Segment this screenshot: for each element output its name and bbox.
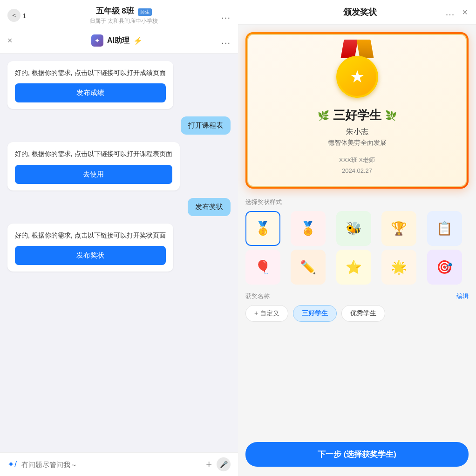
right-content: ★ 🌿 三好学生 🌿 朱小志 德智体美劳全面发展 XXX班 X老师 2024.0… <box>238 25 476 435</box>
cert-award-name: 三好学生 <box>333 107 381 123</box>
style-item-3-inner: 🐝 <box>337 212 370 245</box>
style-item-3[interactable]: 🐝 <box>336 211 371 246</box>
ai-icon: ✦ <box>91 34 103 47</box>
style-item-4-inner: 🏆 <box>382 212 415 245</box>
right-panel: 颁发奖状 ... × ★ 🌿 <box>238 0 476 476</box>
style-item-6-inner: 🎈 <box>246 251 279 284</box>
award-tag-sanhao[interactable]: 三好学生 <box>293 305 337 322</box>
cert-description: 德智体美劳全面发展 <box>258 139 456 147</box>
ai-input-icon: ✦/ <box>7 459 17 469</box>
style-grid: 🥇 🏅 🐝 🏆 📋 🎈 ✏️ ⭐ � <box>245 211 469 285</box>
style-item-10[interactable]: 🎯 <box>427 250 462 285</box>
right-close-button[interactable]: × <box>462 7 468 18</box>
bot-message-2-text: 好的, 根据你的需求, 点击以下链接可以打开课程表页面 <box>15 149 172 159</box>
certificate-display: ★ 🌿 三好学生 🌿 朱小志 德智体美劳全面发展 XXX班 X老师 2024.0… <box>245 32 469 189</box>
publish-grades-button[interactable]: 发布成绩 <box>15 83 166 102</box>
ai-title-text: AI助理 <box>107 36 129 46</box>
style-item-7-inner: ✏️ <box>292 251 325 284</box>
chat-input[interactable] <box>21 461 201 469</box>
right-more-button[interactable]: ... <box>446 7 455 18</box>
style-item-9-inner: 🌟 <box>382 251 415 284</box>
cert-footer: XXX班 X老师 2024.02.27 <box>258 155 456 177</box>
back-circle: ＜ <box>7 9 20 22</box>
ribbon-right <box>356 40 374 58</box>
back-count: 1 <box>22 12 26 20</box>
school-subtitle: 归属于 太和县闫庙中小学校 <box>89 17 158 25</box>
bot-message-1-text: 好的, 根据你的需求, 点击以下链接可以打开成绩页面 <box>15 68 166 78</box>
class-title: 五年级 8班 <box>96 7 134 15</box>
go-use-button[interactable]: 去使用 <box>15 165 172 184</box>
ai-more-button[interactable]: ... <box>221 35 231 46</box>
mic-button[interactable]: 🎤 <box>217 457 231 471</box>
laurel-right-icon: 🌿 <box>385 110 397 121</box>
publish-award-button[interactable]: 发布奖状 <box>15 246 166 265</box>
ai-assistant-overlay: × ✦ AI助理 ⚡ ... 好的, 根据你的需求, 点击以下链接可以打开成绩页… <box>0 28 238 476</box>
award-tags: + 自定义 三好学生 优秀学生 <box>245 305 469 322</box>
medal-star: ★ <box>350 67 365 87</box>
class-info: 五年级 8班 师生 归属于 太和县闫庙中小学校 <box>89 6 158 25</box>
style-item-1[interactable]: 🥇 <box>245 211 280 246</box>
style-item-4[interactable]: 🏆 <box>381 211 416 246</box>
right-header: 颁发奖状 ... × <box>238 0 476 25</box>
chat-input-area: ✦/ + 🎤 <box>0 452 238 476</box>
style-item-1-inner: 🥇 <box>246 212 279 245</box>
style-item-5[interactable]: 📋 <box>427 211 462 246</box>
top-bar: ＜ 1 五年级 8班 师生 归属于 太和县闫庙中小学校 ... <box>0 0 238 31</box>
teacher-badge: 师生 <box>138 8 152 16</box>
style-item-8[interactable]: ⭐ <box>336 250 371 285</box>
user-message-1: 打开课程表 <box>181 116 231 135</box>
ai-title: ✦ AI助理 ⚡ <box>91 34 143 47</box>
user-message-2: 发布奖状 <box>188 198 231 216</box>
back-button[interactable]: ＜ 1 <box>7 9 26 22</box>
ai-header: × ✦ AI助理 ⚡ ... <box>0 28 238 54</box>
cert-student-name: 朱小志 <box>258 127 456 137</box>
style-item-7[interactable]: ✏️ <box>291 250 326 285</box>
medal-circle: ★ <box>336 56 378 98</box>
bot-message-1: 好的, 根据你的需求, 点击以下链接可以打开成绩页面 发布成绩 <box>7 61 173 109</box>
left-panel: ＜ 1 五年级 8班 师生 归属于 太和县闫庙中小学校 ... × ✦ AI助理… <box>0 0 238 476</box>
ai-close-button[interactable]: × <box>7 36 13 46</box>
custom-tag[interactable]: + 自定义 <box>245 305 288 322</box>
ribbon-left <box>340 40 358 58</box>
award-name-header: 获奖名称 编辑 <box>245 292 469 300</box>
award-name-section: 获奖名称 编辑 + 自定义 三好学生 优秀学生 <box>245 292 469 322</box>
next-step-button[interactable]: 下一步 (选择获奖学生) <box>245 442 469 467</box>
bot-message-3-text: 好的, 根据你的需求, 点击以下链接可以打开奖状页面 <box>15 230 166 240</box>
plus-button[interactable]: + <box>206 458 212 470</box>
style-item-6[interactable]: 🎈 <box>245 250 280 285</box>
style-item-2-inner: 🏅 <box>292 212 325 245</box>
bottom-area: 下一步 (选择获奖学生) <box>238 435 476 476</box>
style-section-label: 选择奖状样式 <box>245 198 469 206</box>
style-item-9[interactable]: 🌟 <box>381 250 416 285</box>
ai-title-suffix: ⚡ <box>133 36 143 45</box>
medal-container: ★ <box>336 44 378 98</box>
style-item-8-inner: ⭐ <box>337 251 370 284</box>
bot-message-3: 好的, 根据你的需求, 点击以下链接可以打开奖状页面 发布奖状 <box>7 224 173 272</box>
style-item-5-inner: 📋 <box>428 212 461 245</box>
edit-link[interactable]: 编辑 <box>456 292 469 300</box>
award-name-row: 🌿 三好学生 🌿 <box>258 107 456 123</box>
chat-area: 好的, 根据你的需求, 点击以下链接可以打开成绩页面 发布成绩 打开课程表 好的… <box>0 54 238 452</box>
cert-date: 2024.02.27 <box>258 165 456 176</box>
right-header-actions: ... × <box>446 7 468 18</box>
award-tag-youxiu[interactable]: 优秀学生 <box>341 305 385 322</box>
style-item-10-inner: 🎯 <box>428 251 461 284</box>
laurel-left-icon: 🌿 <box>318 110 329 121</box>
right-title: 颁发奖状 <box>343 7 377 18</box>
award-names-label: 获奖名称 <box>245 292 270 300</box>
certificate-inner: ★ 🌿 三好学生 🌿 朱小志 德智体美劳全面发展 XXX班 X老师 2024.0… <box>247 34 467 187</box>
bot-message-2: 好的, 根据你的需求, 点击以下链接可以打开课程表页面 去使用 <box>7 142 180 190</box>
cert-class-teacher: XXX班 X老师 <box>258 155 456 165</box>
style-item-2[interactable]: 🏅 <box>291 211 326 246</box>
topbar-more-button[interactable]: ... <box>221 10 231 21</box>
